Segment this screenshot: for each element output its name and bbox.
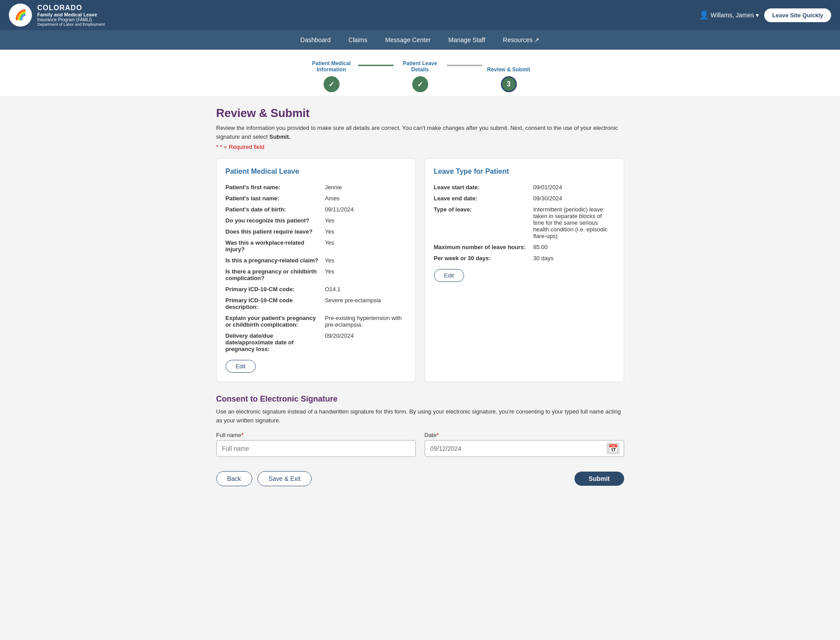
field-label: Was this a workplace-related injury?	[226, 237, 325, 255]
table-row: Patient's first name:Jennie	[226, 182, 406, 193]
field-value: Yes	[325, 255, 406, 266]
field-value: Severe pre-eclampsia	[325, 295, 406, 312]
save-exit-button[interactable]: Save & Exit	[258, 471, 312, 486]
field-label: Delivery date/due date/approximate date …	[226, 330, 325, 355]
patient-medical-leave-title: Patient Medical Leave	[226, 168, 406, 176]
field-label: Leave start date:	[434, 182, 533, 193]
step-1-label: Patient Medical Information	[305, 57, 358, 73]
field-value: 09/11/2024	[325, 204, 406, 215]
field-label: Primary ICD-10-CM code description:	[226, 295, 325, 312]
logo-text: COLORADO Family and Medical Leave Insura…	[37, 4, 105, 27]
date-input-wrapper: 📅	[425, 440, 624, 457]
field-value: 09/20/2024	[325, 330, 406, 355]
step-2-checkmark	[417, 80, 423, 89]
field-value: 30 days	[533, 253, 615, 264]
table-row: Primary ICD-10-CM code:O14.1	[226, 284, 406, 295]
field-label: Leave end date:	[434, 193, 533, 204]
patient-medical-leave-table: Patient's first name:JenniePatient's las…	[226, 182, 406, 355]
stepper-area: Patient Medical Information Patient Leav…	[0, 50, 840, 96]
table-row: Is there a pregnancy or childbirth compl…	[226, 266, 406, 284]
field-value: Intermittent (periodic) leave: taken in …	[533, 204, 615, 242]
nav-resources-label: Resources	[503, 36, 533, 43]
table-row: Primary ICD-10-CM code description:Sever…	[226, 295, 406, 312]
submit-button[interactable]: Submit	[574, 472, 624, 486]
back-button[interactable]: Back	[216, 471, 252, 486]
step-3-circle: 3	[501, 76, 517, 92]
page-title: Review & Submit	[216, 106, 624, 120]
field-label: Type of leave:	[434, 204, 533, 242]
step-1-circle	[324, 76, 340, 92]
field-value: Yes	[325, 266, 406, 284]
nav-dashboard[interactable]: Dashboard	[292, 30, 340, 50]
leave-type-table: Leave start date:09/01/2024Leave end dat…	[434, 182, 615, 264]
field-label: Does this patient require leave?	[226, 226, 325, 237]
table-row: Delivery date/due date/approximate date …	[226, 330, 406, 355]
footer-buttons: Back Save & Exit Submit	[216, 468, 624, 486]
date-input[interactable]	[425, 440, 624, 457]
field-value: 09/30/2024	[533, 193, 615, 204]
required-note: * * = Required field	[216, 144, 624, 150]
consent-description: Use an electronic signature instead of a…	[216, 407, 624, 425]
table-row: Per week or 30 days:30 days	[434, 253, 615, 264]
nav-claims[interactable]: Claims	[340, 30, 376, 50]
field-label: Primary ICD-10-CM code:	[226, 284, 325, 295]
header-right: 👤 Willams, James ▾ Leave Site Quickly	[699, 8, 831, 22]
nav-message-center[interactable]: Message Center	[376, 30, 440, 50]
consent-title: Consent to Electronic Signature	[216, 394, 624, 404]
header: 🌈 COLORADO Family and Medical Leave Insu…	[0, 0, 840, 30]
field-value: 09/01/2024	[533, 182, 615, 193]
date-group: Date* 📅	[425, 432, 624, 457]
step-1: Patient Medical Information	[305, 57, 358, 92]
logo-icon: 🌈	[15, 10, 27, 20]
step-2-label: Patient Leave Details	[394, 57, 447, 73]
required-note-text: * = Required field	[220, 144, 264, 150]
step-connector-1	[358, 65, 394, 66]
chevron-down-icon: ▾	[756, 12, 759, 19]
date-label-text: Date	[425, 432, 437, 438]
field-value: Yes	[325, 237, 406, 255]
user-name: Willams, James	[711, 12, 754, 19]
header-left: 🌈 COLORADO Family and Medical Leave Insu…	[9, 4, 105, 27]
field-value: Jennie	[325, 182, 406, 193]
footer-left-buttons: Back Save & Exit	[216, 471, 312, 486]
field-label: Is there a pregnancy or childbirth compl…	[226, 266, 325, 284]
date-required-star: *	[437, 432, 439, 438]
logo-colorado: COLORADO	[37, 4, 105, 12]
leave-site-button[interactable]: Leave Site Quickly	[764, 8, 831, 22]
consent-section: Consent to Electronic Signature Use an e…	[216, 394, 624, 457]
logo-subtitle: Family and Medical Leave	[37, 12, 105, 17]
field-label: Explain your patient's pregnancy or chil…	[226, 312, 325, 330]
field-label: Per week or 30 days:	[434, 253, 533, 264]
full-name-input[interactable]	[216, 440, 416, 457]
table-row: Was this a workplace-related injury?Yes	[226, 237, 406, 255]
nav-resources[interactable]: Resources ↗	[494, 30, 549, 50]
field-label: Patient's date of birth:	[226, 204, 325, 215]
external-link-icon: ↗	[534, 36, 539, 43]
field-value: Yes	[325, 215, 406, 226]
field-value: O14.1	[325, 284, 406, 295]
date-label: Date*	[425, 432, 624, 438]
field-label: Patient's last name:	[226, 193, 325, 204]
field-value: Ames	[325, 193, 406, 204]
nav-manage-staff[interactable]: Manage Staff	[440, 30, 494, 50]
step-2: Patient Leave Details	[394, 57, 447, 92]
patient-medical-leave-edit-button[interactable]: Edit	[226, 360, 256, 373]
step-3-label: Review & Submit	[487, 57, 530, 73]
user-menu[interactable]: 👤 Willams, James ▾	[699, 10, 759, 20]
logo-sub3: Department of Labor and Employment	[37, 22, 105, 27]
step-2-circle	[412, 76, 428, 92]
consent-form-row: Full name* Date* 📅	[216, 432, 624, 457]
logo-sub2: Insurance Program (FAMLI)	[37, 17, 105, 22]
step-3: Review & Submit 3	[482, 57, 535, 92]
field-label: Patient's first name:	[226, 182, 325, 193]
calendar-icon[interactable]: 📅	[606, 443, 620, 454]
table-row: Does this patient require leave?Yes	[226, 226, 406, 237]
leave-type-edit-button[interactable]: Edit	[434, 269, 464, 282]
patient-medical-leave-card: Patient Medical Leave Patient's first na…	[216, 158, 416, 382]
logo-circle: 🌈	[9, 4, 32, 27]
field-value: Yes	[325, 226, 406, 237]
step-connector-2	[447, 65, 482, 66]
step-1-checkmark	[328, 80, 334, 89]
page-desc-submit: Submit.	[269, 133, 290, 140]
field-label: Do you recognize this patient?	[226, 215, 325, 226]
